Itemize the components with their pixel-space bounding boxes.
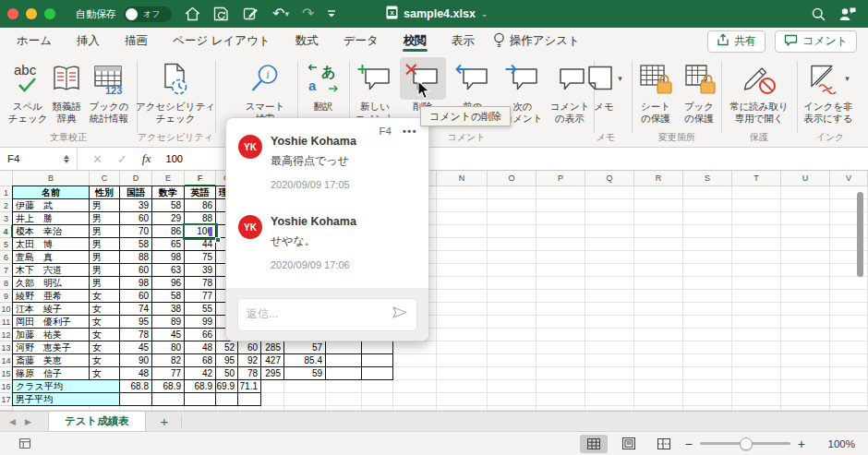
grid-cell[interactable] — [830, 316, 868, 329]
grid-cell[interactable] — [732, 238, 781, 251]
grid-cell[interactable] — [362, 393, 393, 406]
cell-B11[interactable]: 岡田 優利子 — [12, 315, 90, 329]
cell-G16[interactable]: 69.9 — [215, 379, 238, 393]
cell-E4[interactable]: 86 — [151, 224, 185, 238]
grid-cell[interactable] — [488, 251, 536, 264]
cell-B10[interactable]: 江本 綾子 — [12, 302, 90, 316]
grid-cell[interactable] — [830, 303, 868, 316]
grid-cell[interactable] — [683, 303, 732, 316]
grid-cell[interactable] — [732, 341, 781, 354]
grid-cell[interactable] — [488, 341, 536, 354]
grid-cell[interactable] — [781, 316, 830, 329]
cell-B1[interactable]: 名前 — [12, 186, 90, 199]
memo-button[interactable]: ▾メモ — [582, 57, 626, 113]
cell-F17[interactable] — [184, 392, 216, 406]
row-header-3[interactable]: 3 — [0, 212, 13, 225]
grid-cell[interactable] — [585, 354, 634, 367]
menu-tab-4[interactable]: 数式 — [294, 28, 320, 54]
grid-cell[interactable] — [634, 380, 683, 393]
grid-cell[interactable] — [585, 316, 634, 329]
cell-F6[interactable]: 75 — [184, 250, 216, 264]
grid-cell[interactable] — [634, 290, 683, 303]
grid-cell[interactable] — [536, 199, 585, 212]
grid-cell[interactable] — [585, 251, 634, 264]
grid-cell[interactable] — [488, 316, 536, 329]
cell-D14[interactable]: 90 — [119, 353, 152, 367]
grid-cell[interactable] — [488, 225, 536, 238]
grid-cell[interactable] — [830, 393, 868, 406]
cell-B3[interactable]: 井上 勝 — [12, 211, 90, 225]
cell-C1[interactable]: 性別 — [89, 186, 120, 199]
grid-cell[interactable] — [261, 380, 284, 393]
grid-cell[interactable] — [437, 380, 488, 393]
minimize-window-button[interactable] — [26, 8, 37, 19]
grid-cell[interactable] — [585, 303, 634, 316]
grid-cell[interactable] — [732, 199, 781, 212]
reply-input[interactable]: 返信... — [237, 298, 417, 331]
cell-K14[interactable] — [325, 353, 362, 367]
grid-cell[interactable] — [683, 380, 732, 393]
cell-C8[interactable]: 男 — [89, 276, 120, 290]
save-as-icon[interactable] — [243, 6, 259, 21]
redo-icon[interactable]: ↷ — [302, 6, 314, 21]
sheet-tab-active[interactable]: テスト成績表 — [48, 412, 146, 432]
grid-cell[interactable] — [488, 212, 536, 225]
spell-check-button[interactable]: abcスペル チェック — [6, 57, 50, 124]
grid-cell[interactable] — [488, 380, 536, 393]
cell-C5[interactable]: 男 — [89, 237, 120, 251]
cell-E1[interactable]: 数学 — [151, 186, 185, 199]
grid-cell[interactable] — [683, 264, 732, 277]
cell-J15[interactable]: 59 — [283, 366, 326, 380]
tell-me-assistant[interactable]: 操作アシスト — [493, 32, 580, 51]
menu-tab-1[interactable]: 挿入 — [75, 28, 102, 54]
grid-cell[interactable] — [683, 251, 732, 264]
column-header-O[interactable]: O — [488, 171, 536, 186]
undo-icon[interactable]: ↶▾ — [272, 6, 289, 21]
grid-cell[interactable] — [683, 329, 732, 341]
grid-cell[interactable] — [683, 225, 732, 238]
grid-cell[interactable] — [536, 341, 585, 354]
cell-B17[interactable]: 男子平均 — [12, 392, 120, 406]
grid-cell[interactable] — [732, 367, 781, 380]
cell-B4[interactable]: 榎本 幸治 — [12, 224, 90, 238]
row-header-10[interactable]: 10 — [0, 303, 13, 316]
grid-cell[interactable] — [781, 303, 830, 316]
smart-lookup-button[interactable]: iスマート 検索 — [240, 57, 290, 124]
cell-E13[interactable]: 80 — [151, 341, 185, 354]
cell-K13[interactable] — [325, 341, 362, 354]
cell-G13[interactable]: 52 — [215, 341, 238, 354]
grid-cell[interactable] — [830, 354, 868, 367]
grid-cell[interactable] — [781, 277, 830, 290]
grid-cell[interactable] — [536, 212, 585, 225]
row-header-9[interactable]: 9 — [0, 290, 13, 303]
cell-B2[interactable]: 伊藤 武 — [12, 198, 90, 212]
cell-E8[interactable]: 96 — [151, 276, 185, 290]
cell-F14[interactable]: 68 — [184, 353, 216, 367]
grid-cell[interactable] — [585, 290, 634, 303]
name-box-spinner[interactable] — [64, 155, 69, 163]
cell-D8[interactable]: 98 — [119, 276, 152, 290]
confirm-entry-icon[interactable]: ✓ — [117, 152, 127, 166]
cell-F7[interactable]: 39 — [184, 263, 216, 277]
grid-cell[interactable] — [536, 186, 585, 199]
menu-tab-2[interactable]: 描画 — [123, 28, 150, 54]
grid-cell[interactable] — [634, 367, 683, 380]
fill-handle[interactable] — [215, 237, 221, 243]
row-header-15[interactable]: 15 — [0, 367, 13, 380]
row-header-5[interactable]: 5 — [0, 238, 13, 251]
accessibility-check-button[interactable]: アクセシビリティ チェック — [131, 57, 220, 124]
grid-cell[interactable] — [536, 316, 585, 329]
comments-button[interactable]: コメント — [775, 30, 857, 53]
grid-cell[interactable] — [732, 225, 781, 238]
grid-cell[interactable] — [634, 251, 683, 264]
column-header-B[interactable]: B — [13, 171, 90, 186]
grid-cell[interactable] — [781, 393, 830, 406]
insert-function-icon[interactable]: fx — [142, 151, 151, 166]
cell-H17[interactable] — [237, 392, 261, 406]
cell-G17[interactable] — [215, 392, 238, 406]
cell-G14[interactable]: 95 — [215, 353, 238, 367]
cell-C13[interactable]: 女 — [89, 341, 120, 354]
protect-sheet-button[interactable]: シート の保護 — [634, 57, 677, 124]
cell-B12[interactable]: 加藤 祐美 — [12, 328, 90, 341]
save-icon[interactable] — [213, 6, 230, 21]
